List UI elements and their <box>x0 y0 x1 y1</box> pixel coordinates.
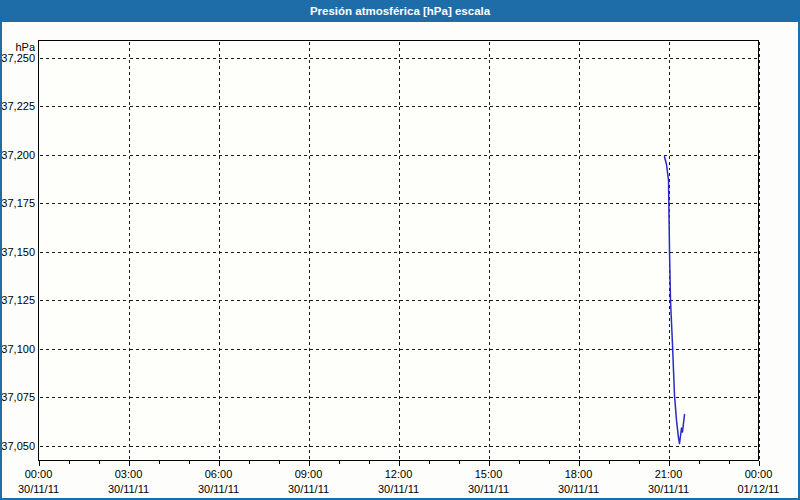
chart-title: Presión atmosférica [hPa] escala <box>0 0 800 22</box>
plot-area <box>39 41 759 461</box>
chart-window: hPa937,250937,225937,200937,175937,15093… <box>0 0 800 500</box>
x-tick-time-label: 18:00 <box>565 468 593 480</box>
x-tick-date-label: 30/11/11 <box>648 483 689 495</box>
y-tick-label: 937,200 <box>0 149 35 161</box>
x-tick-time-label: 03:00 <box>115 468 143 480</box>
y-tick-label: 937,175 <box>0 197 35 209</box>
x-tick-date-label: 30/11/11 <box>18 483 59 495</box>
x-tick-time-label: 21:00 <box>655 468 683 480</box>
y-tick-label: 937,225 <box>0 100 35 112</box>
y-axis-labels: hPa937,250937,225937,200937,175937,15093… <box>0 41 36 452</box>
x-axis-labels: 00:0030/11/1103:0030/11/1106:0030/11/110… <box>18 468 780 495</box>
y-tick-label: 937,250 <box>0 52 35 64</box>
x-tick-date-label: 01/12/11 <box>737 483 779 495</box>
x-tick-date-label: 30/11/11 <box>108 483 149 495</box>
y-tick-label: 937,150 <box>0 246 35 258</box>
x-tick-time-label: 09:00 <box>295 468 323 480</box>
y-tick-label: 937,125 <box>0 294 35 306</box>
x-tick-time-label: 00:00 <box>745 468 773 480</box>
x-tick-time-label: 15:00 <box>475 468 503 480</box>
x-axis-ticks <box>40 461 760 466</box>
x-tick-time-label: 12:00 <box>385 468 413 480</box>
y-tick-label: 937,050 <box>0 440 35 452</box>
x-tick-date-label: 30/11/11 <box>288 483 329 495</box>
x-tick-date-label: 30/11/11 <box>468 483 509 495</box>
y-tick-label: 937,075 <box>0 391 35 403</box>
pressure-chart: hPa937,250937,225937,200937,175937,15093… <box>0 0 800 500</box>
x-tick-time-label: 06:00 <box>205 468 233 480</box>
x-tick-date-label: 30/11/11 <box>558 483 599 495</box>
x-tick-date-label: 30/11/11 <box>198 483 239 495</box>
x-tick-time-label: 00:00 <box>25 468 53 480</box>
chart-title-bar: Presión atmosférica [hPa] escala <box>0 0 800 22</box>
y-tick-label: 937,100 <box>0 343 35 355</box>
x-tick-date-label: 30/11/11 <box>378 483 419 495</box>
